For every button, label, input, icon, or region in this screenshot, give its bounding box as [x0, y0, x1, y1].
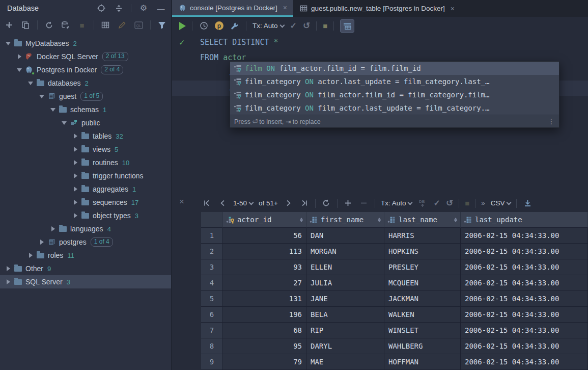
tx-mode-select[interactable]: Tx: Auto — [381, 199, 412, 207]
duplicate-icon[interactable] — [20, 20, 30, 30]
commit-icon[interactable]: ✓ — [433, 198, 440, 208]
page-range-select[interactable]: 1-50 — [233, 199, 253, 207]
tree-item-guest[interactable]: guest1 of 5 — [0, 90, 171, 103]
grid-cell[interactable]: JANE — [306, 291, 384, 307]
grid-cell[interactable]: WAHLBERG — [384, 338, 461, 354]
commit-icon[interactable]: ✓ — [290, 21, 297, 31]
grid-cell[interactable]: RIP — [306, 323, 384, 338]
rollback-icon[interactable]: ↺ — [303, 20, 310, 31]
run-icon[interactable] — [179, 22, 186, 30]
chevron-collapsed-icon[interactable] — [71, 213, 79, 218]
more-actions-icon[interactable]: » — [481, 199, 485, 207]
filter-icon[interactable] — [157, 20, 167, 30]
grid-cell[interactable]: 2006-02-15 04:34:33.00 — [461, 338, 588, 354]
tab-close-icon[interactable]: × — [451, 5, 455, 13]
chevron-expanded-icon[interactable] — [15, 68, 23, 72]
grid-cell[interactable]: HARRIS — [384, 228, 461, 244]
chevron-collapsed-icon[interactable] — [49, 226, 57, 231]
tree-item-mydatabases[interactable]: MyDatabases2 — [0, 37, 171, 50]
grid-cell[interactable]: ELLEN — [306, 259, 384, 275]
datasource-properties-icon[interactable] — [61, 20, 70, 30]
grid-cell[interactable]: 2006-02-15 04:34:33.00 — [461, 354, 588, 370]
sort-icon[interactable] — [454, 218, 457, 222]
export-format-select[interactable]: CSV — [491, 199, 511, 207]
tree-item-trigger-functions[interactable]: trigger functions — [0, 169, 171, 182]
grid-cell[interactable]: DARYL — [306, 338, 384, 354]
add-datasource-icon[interactable] — [4, 20, 14, 30]
grid-cell[interactable]: PRESLEY — [384, 259, 461, 275]
chevron-collapsed-icon[interactable] — [4, 266, 12, 271]
chevron-collapsed-icon[interactable] — [15, 54, 23, 59]
in-editor-results-toggle[interactable] — [340, 19, 354, 33]
column-header-last_update[interactable]: last_update — [461, 212, 588, 228]
tree-item-sequences[interactable]: sequences17 — [0, 196, 171, 209]
grid-cell[interactable]: MAE — [306, 354, 384, 370]
column-header-last_name[interactable]: last_name — [384, 212, 461, 228]
next-page-icon[interactable] — [284, 198, 294, 208]
chevron-expanded-icon[interactable] — [38, 95, 46, 98]
grid-cell[interactable]: JULIA — [306, 275, 384, 291]
column-header-actor_id[interactable]: actor_id — [223, 212, 306, 228]
completion-item[interactable]: film_category ON actor.last_update = fil… — [230, 75, 559, 88]
settings-icon[interactable]: ⚙ — [138, 3, 149, 13]
rollback-icon[interactable]: ↺ — [446, 198, 453, 208]
tx-mode-select[interactable]: Tx: Auto — [253, 22, 284, 30]
chevron-expanded-icon[interactable] — [60, 121, 68, 125]
grid-cell[interactable]: 113 — [223, 244, 306, 259]
close-results-icon[interactable]: × — [179, 197, 184, 207]
chevron-collapsed-icon[interactable] — [71, 187, 79, 192]
grid-cell[interactable]: 196 — [223, 307, 306, 323]
grid-cell[interactable]: BELA — [306, 307, 384, 323]
tree-item-databases[interactable]: databases2 — [0, 76, 171, 90]
chevron-expanded-icon[interactable] — [26, 82, 35, 85]
tree-item-docker-sql-server[interactable]: Docker SQL Server2 of 13 — [0, 50, 171, 63]
console-icon[interactable]: QL — [133, 20, 143, 30]
chevron-collapsed-icon[interactable] — [71, 160, 79, 165]
chevron-collapsed-icon[interactable] — [71, 147, 79, 152]
grid-cell[interactable]: MORGAN — [306, 244, 384, 259]
grid-cell[interactable]: 79 — [223, 354, 306, 370]
chevron-collapsed-icon[interactable] — [38, 240, 46, 245]
grid-cell[interactable]: 2006-02-15 04:34:33.00 — [461, 259, 588, 275]
grid-cell[interactable]: 131 — [223, 291, 306, 307]
hide-panel-icon[interactable]: — — [156, 3, 166, 13]
tree-item-tables[interactable]: tables32 — [0, 129, 171, 143]
refresh-icon[interactable] — [44, 20, 54, 30]
grid-cell[interactable]: JACKMAN — [384, 291, 461, 307]
table-view-icon[interactable] — [101, 20, 110, 30]
grid-cell[interactable]: 2006-02-15 04:34:33.00 — [461, 307, 588, 323]
chevron-collapsed-icon[interactable] — [26, 253, 35, 258]
grid-cell[interactable]: MCQUEEN — [384, 275, 461, 291]
tab-console[interactable]: console [Postgres in Docker] × — [172, 0, 293, 17]
completion-item[interactable]: film ON film_actor.film_id = film.film_i… — [230, 62, 559, 75]
settings-wrench-icon[interactable] — [230, 21, 240, 31]
prev-page-icon[interactable] — [217, 198, 228, 208]
add-row-icon[interactable] — [343, 198, 353, 208]
column-header-first_name[interactable]: first_name — [306, 212, 384, 228]
grid-cell[interactable]: 27 — [223, 275, 306, 291]
grid-cell[interactable]: 56 — [223, 228, 306, 244]
last-page-icon[interactable] — [299, 198, 310, 208]
tree-item-roles[interactable]: roles11 — [0, 249, 171, 262]
tree-item-object-types[interactable]: object types3 — [0, 209, 171, 222]
grid-cell[interactable]: 2006-02-15 04:34:33.00 — [461, 291, 588, 307]
first-page-icon[interactable] — [202, 198, 212, 208]
grid-corner-cell[interactable] — [201, 212, 223, 228]
tab-new-table[interactable]: guest.public.new_table [Postgres in Dock… — [293, 0, 461, 17]
stop-icon[interactable]: ■ — [465, 199, 469, 207]
submit-db-icon[interactable]: DB — [417, 198, 428, 208]
chevron-collapsed-icon[interactable] — [71, 200, 79, 205]
grid-cell[interactable]: HOPKINS — [384, 244, 461, 259]
grid-cell[interactable]: DAN — [306, 228, 384, 244]
chevron-collapsed-icon[interactable] — [71, 134, 79, 139]
edit-icon[interactable] — [117, 20, 127, 30]
grid-cell[interactable]: 2006-02-15 04:34:33.00 — [461, 244, 588, 259]
tree-item-schemas[interactable]: schemas1 — [0, 103, 171, 116]
sort-icon[interactable] — [378, 218, 381, 222]
grid-cell[interactable]: 2006-02-15 04:34:33.00 — [461, 228, 588, 244]
tree-item-aggregates[interactable]: aggregates1 — [0, 182, 171, 196]
completion-item[interactable]: film_category ON film_actor.film_id = fi… — [230, 88, 559, 101]
grid-cell[interactable]: WINSLET — [384, 323, 461, 338]
grid-cell[interactable]: HOFFMAN — [384, 354, 461, 370]
grid-cell[interactable]: 68 — [223, 323, 306, 338]
